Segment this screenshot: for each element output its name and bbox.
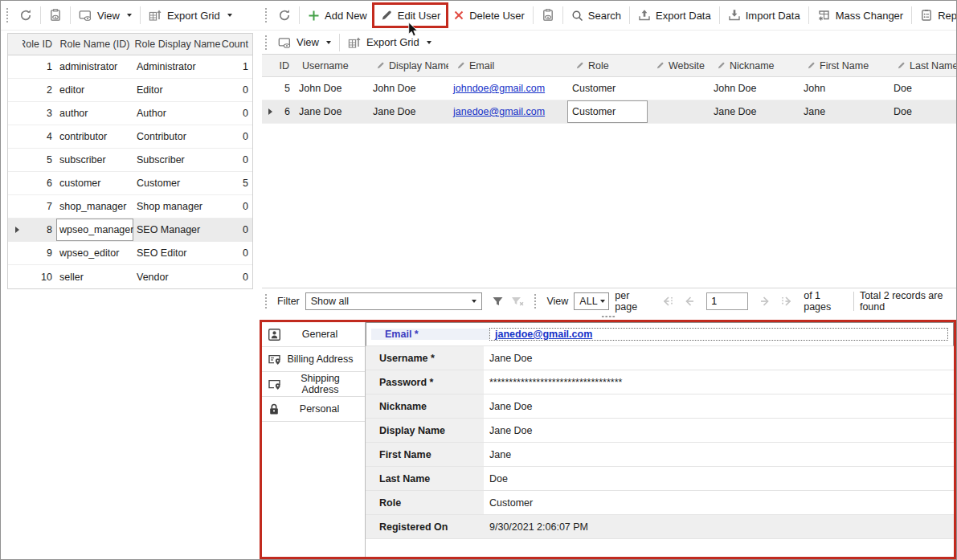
export-grid-button[interactable]: Export Grid — [341, 31, 438, 54]
horizontal-splitter[interactable] — [260, 313, 956, 320]
tab-billing-address[interactable]: Billing Address — [262, 347, 365, 372]
toolbar-grip[interactable] — [6, 7, 9, 23]
pencil-icon — [575, 61, 584, 70]
preview-button[interactable] — [43, 4, 68, 27]
reports-icon — [920, 9, 933, 22]
table-row[interactable]: 2 editor Editor 0 — [8, 79, 252, 102]
export-data-icon — [638, 9, 651, 22]
search-button[interactable]: Search — [565, 4, 628, 27]
pencil-icon — [717, 61, 726, 70]
nickname-field[interactable]: Jane Doe — [484, 394, 954, 418]
password-field[interactable]: ********************************** — [484, 370, 954, 394]
col-header-nickname[interactable]: Nickname — [709, 55, 799, 76]
export-grid-icon — [149, 9, 162, 22]
row-selector-header — [262, 55, 273, 76]
tab-general[interactable]: General — [262, 322, 365, 347]
table-row-selected[interactable]: 6 Jane Doe Jane Doe janedoe@gmail.com Cu… — [262, 100, 956, 124]
last-page-icon[interactable] — [779, 296, 793, 307]
username-field[interactable]: Jane Doe — [484, 346, 954, 370]
edit-user-button[interactable]: Edit User — [374, 4, 447, 27]
reports-button[interactable]: Reports — [914, 4, 957, 27]
delete-icon — [453, 10, 464, 21]
field-label: Nickname — [366, 394, 484, 418]
add-new-button[interactable]: Add New — [301, 4, 374, 27]
mass-changer-label: Mass Changer — [836, 10, 904, 22]
roles-toolbar: View Export Grid — [1, 1, 260, 31]
tab-shipping-address[interactable]: Shipping Address — [262, 372, 365, 397]
export-grid-button[interactable]: Export Grid — [142, 4, 239, 27]
col-header-role-id[interactable]: Role ID — [22, 34, 56, 55]
refresh-button[interactable] — [272, 4, 297, 27]
clear-filter-icon[interactable] — [510, 295, 525, 308]
table-row[interactable]: 3 author Author 0 — [8, 102, 252, 125]
roles-grid: Role ID Role Name (ID) Role Display Name… — [7, 33, 253, 289]
table-row[interactable]: 6 customer Customer 5 — [8, 172, 252, 195]
refresh-button[interactable] — [13, 4, 39, 27]
email-link[interactable]: janedoe@gmail.com — [453, 106, 545, 117]
per-page-select[interactable]: ALL — [574, 292, 609, 310]
pencil-icon — [376, 61, 385, 70]
table-row[interactable]: 7 shop_manager Shop manager 0 — [8, 195, 252, 219]
tab-personal[interactable]: Personal — [262, 397, 365, 422]
import-data-button[interactable]: Import Data — [722, 4, 807, 27]
toolbar-grip[interactable] — [264, 293, 268, 309]
col-header-role-display-name[interactable]: Role Display Name — [133, 34, 222, 55]
col-header-website[interactable]: Website — [648, 55, 709, 76]
view-icon — [79, 9, 92, 22]
separator — [299, 6, 300, 24]
table-row[interactable]: 10 seller Vendor 0 — [8, 265, 252, 288]
import-data-icon — [728, 9, 741, 22]
separator — [719, 6, 720, 24]
first-name-field[interactable]: Jane — [484, 443, 954, 466]
table-row[interactable]: 9 wpseo_editor SEO Editor 0 — [8, 242, 252, 265]
view-menu-button[interactable]: View — [72, 4, 138, 27]
page-number-input[interactable] — [706, 292, 748, 310]
tab-label: General — [281, 329, 365, 340]
table-row[interactable]: 5 John Doe John Doe johndoe@gmail.com Cu… — [262, 77, 956, 100]
next-page-icon[interactable] — [759, 296, 771, 307]
table-row-selected[interactable]: 8 wpseo_manager SEO Manager 0 — [8, 219, 252, 242]
email-value-link[interactable]: janedoe@gmail.com — [495, 329, 592, 340]
mass-changer-button[interactable]: Mass Changer — [811, 4, 910, 27]
view-menu-button[interactable]: View — [272, 31, 337, 54]
separator — [140, 6, 141, 24]
filter-icon[interactable] — [491, 295, 505, 308]
table-row[interactable]: 1 administrator Administrator 1 — [8, 55, 252, 79]
roles-grid-header: Role ID Role Name (ID) Role Display Name… — [8, 34, 252, 55]
grid-empty-area — [262, 124, 956, 288]
export-data-button[interactable]: Export Data — [632, 4, 718, 27]
field-row-nickname: Nickname Jane Doe — [366, 394, 954, 419]
delete-user-button[interactable]: Delete User — [447, 4, 531, 27]
col-header-display-name[interactable]: Display Name — [368, 55, 448, 76]
active-cell[interactable]: Customer — [567, 100, 648, 123]
col-header-username[interactable]: Username — [294, 55, 368, 76]
col-header-first-name[interactable]: First Name — [799, 55, 889, 76]
col-header-role-name[interactable]: Role Name (ID) — [56, 34, 133, 55]
toolbar-grip[interactable] — [264, 35, 268, 51]
email-link[interactable]: johndoe@gmail.com — [453, 83, 545, 94]
user-detail-panel: General Billing Address Shipping Address — [260, 320, 956, 559]
col-header-email[interactable]: Email — [448, 55, 567, 76]
active-cell[interactable]: wpseo_manager — [56, 219, 133, 241]
role-field[interactable]: Customer — [484, 491, 954, 514]
clipboard-preview-icon — [542, 9, 554, 22]
last-name-field[interactable]: Doe — [484, 467, 954, 490]
col-header-count[interactable]: Count — [222, 34, 252, 55]
email-field[interactable]: janedoe@gmail.com — [489, 328, 948, 341]
total-records-label: Total 2 records are found — [860, 290, 956, 313]
table-row[interactable]: 4 contributor Contributor 0 — [8, 125, 252, 149]
col-header-role[interactable]: Role — [567, 55, 648, 76]
splitter-grip[interactable] — [601, 315, 616, 318]
field-label: First Name — [366, 443, 484, 466]
filter-select[interactable]: Show all — [305, 292, 483, 310]
col-header-last-name[interactable]: Last Name — [889, 55, 956, 76]
preview-button[interactable] — [535, 4, 561, 27]
table-row[interactable]: 5 subscriber Subscriber 0 — [8, 149, 252, 172]
display-name-field[interactable]: Jane Doe — [484, 419, 954, 442]
col-header-id[interactable]: ID — [273, 55, 294, 76]
toolbar-grip[interactable] — [264, 7, 268, 23]
first-page-icon[interactable] — [661, 296, 675, 307]
prev-page-icon[interactable] — [684, 296, 696, 307]
chevron-down-icon — [600, 300, 605, 303]
toolbar-grip[interactable] — [534, 293, 537, 309]
